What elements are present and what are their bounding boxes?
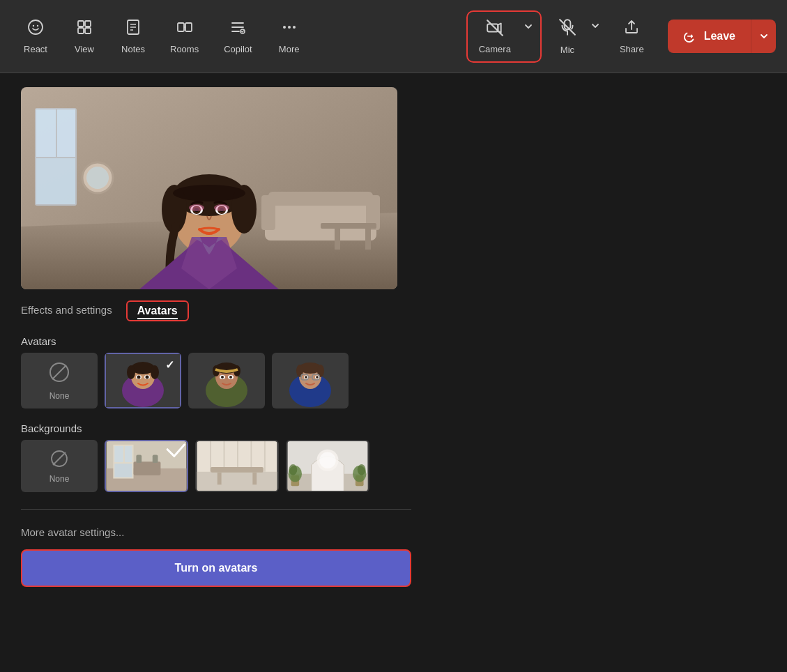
svg-rect-91 <box>114 446 123 462</box>
react-label: React <box>24 44 47 54</box>
svg-point-1 <box>33 24 34 26</box>
avatar-1-option[interactable]: ✓ <box>105 353 181 408</box>
react-icon <box>27 19 44 40</box>
svg-point-113 <box>289 464 298 475</box>
backgrounds-section: Backgrounds None <box>21 420 411 492</box>
bg-3-option[interactable] <box>286 440 369 492</box>
more-button[interactable]: More <box>265 12 314 61</box>
react-button[interactable]: React <box>11 12 60 61</box>
avatar-panel: Effects and settings Avatars Avatars Non… <box>21 87 411 587</box>
svg-rect-96 <box>153 455 158 463</box>
backgrounds-grid: None <box>21 440 411 492</box>
avatar-none-label: None <box>49 391 70 401</box>
share-icon <box>623 19 640 40</box>
avatar-3-option[interactable] <box>272 353 349 408</box>
svg-rect-24 <box>36 109 56 157</box>
svg-point-58 <box>151 365 159 379</box>
svg-rect-26 <box>36 158 75 204</box>
camera-button-group: Camera <box>466 10 542 63</box>
leave-button-group: Leave <box>668 20 776 53</box>
topbar: React View Notes <box>0 0 787 73</box>
notes-button[interactable]: Notes <box>109 12 158 61</box>
camera-chevron-button[interactable] <box>521 19 536 34</box>
leave-button[interactable]: Leave <box>668 20 751 53</box>
bg-none-option[interactable]: None <box>21 440 98 492</box>
view-label: View <box>75 44 94 54</box>
bg-none-icon <box>49 449 69 473</box>
svg-line-87 <box>53 452 66 465</box>
svg-point-77 <box>296 365 303 377</box>
leave-chevron-button[interactable] <box>751 20 776 53</box>
svg-point-42 <box>173 185 245 201</box>
svg-rect-11 <box>178 23 184 31</box>
svg-point-0 <box>29 20 43 34</box>
notes-icon <box>125 19 142 40</box>
tab-avatars[interactable]: Avatars <box>137 305 178 319</box>
svg-rect-34 <box>335 229 340 250</box>
svg-point-85 <box>316 376 319 379</box>
svg-rect-98 <box>197 472 277 491</box>
tab-avatars-wrapper: Avatars <box>126 300 189 321</box>
bg-none-label: None <box>49 474 70 484</box>
share-button[interactable]: Share <box>607 12 657 61</box>
svg-line-52 <box>52 365 66 379</box>
svg-point-32 <box>86 167 109 189</box>
svg-rect-33 <box>321 223 376 229</box>
avatar-none-option[interactable]: None <box>21 353 98 408</box>
avatar-grid: None <box>21 353 411 408</box>
svg-point-72 <box>229 376 232 379</box>
bg-1-option[interactable] <box>105 440 188 492</box>
svg-point-116 <box>358 464 366 475</box>
more-avatar-settings-link[interactable]: More avatar settings... <box>21 526 411 538</box>
svg-rect-28 <box>268 192 373 206</box>
mic-off-icon <box>558 18 576 40</box>
more-icon <box>281 19 298 40</box>
camera-label: Camera <box>479 44 511 54</box>
svg-rect-29 <box>261 195 275 230</box>
svg-point-57 <box>127 365 135 379</box>
notes-label: Notes <box>121 44 145 54</box>
copilot-button[interactable]: Copilot <box>211 12 264 61</box>
tabs-row: Effects and settings Avatars <box>21 300 411 321</box>
bg-2-option[interactable] <box>195 440 279 492</box>
svg-point-84 <box>305 376 307 379</box>
svg-point-16 <box>288 26 291 29</box>
avatar-1-check: ✓ <box>165 358 174 372</box>
svg-point-62 <box>146 376 149 379</box>
svg-rect-93 <box>114 464 132 477</box>
svg-rect-12 <box>185 23 192 31</box>
avatars-section: Avatars None <box>21 333 411 408</box>
svg-point-110 <box>319 452 335 468</box>
camera-button[interactable]: Camera <box>472 15 518 59</box>
mic-chevron-button[interactable] <box>588 18 603 33</box>
svg-rect-106 <box>252 473 257 485</box>
svg-rect-105 <box>217 473 222 485</box>
avatar-preview <box>21 87 397 289</box>
svg-point-2 <box>37 24 38 26</box>
turn-on-avatars-button[interactable]: Turn on avatars <box>21 549 411 587</box>
main-content: Effects and settings Avatars Avatars Non… <box>0 73 787 601</box>
share-label: Share <box>620 44 644 54</box>
mic-label: Mic <box>560 45 574 55</box>
svg-rect-104 <box>211 467 263 473</box>
view-icon <box>76 19 93 40</box>
svg-rect-94 <box>134 461 161 475</box>
svg-rect-5 <box>78 28 84 33</box>
rooms-icon <box>176 19 193 40</box>
view-button[interactable]: View <box>60 12 109 61</box>
copilot-icon <box>229 19 246 40</box>
svg-rect-4 <box>85 21 91 26</box>
mic-button[interactable]: Mic <box>550 11 585 62</box>
svg-rect-92 <box>125 446 132 462</box>
mic-button-group: Mic <box>550 11 603 62</box>
svg-point-78 <box>317 365 324 377</box>
rooms-button[interactable]: Rooms <box>158 12 211 61</box>
svg-rect-3 <box>78 21 84 26</box>
avatar-2-option[interactable] <box>188 353 265 408</box>
tab-effects[interactable]: Effects and settings <box>21 304 112 319</box>
divider <box>21 509 411 510</box>
backgrounds-section-label: Backgrounds <box>21 422 411 434</box>
camera-off-icon <box>486 19 504 41</box>
svg-rect-95 <box>136 455 142 463</box>
rooms-label: Rooms <box>170 44 199 54</box>
